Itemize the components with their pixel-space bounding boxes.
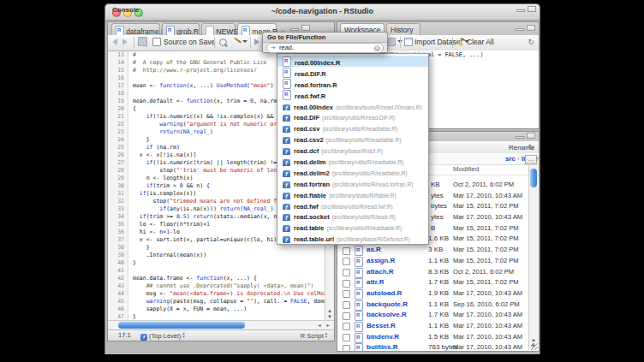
clear-search-button[interactable]: ✕ [374, 45, 380, 51]
refresh-button[interactable]: ↻ [528, 37, 534, 48]
code-line[interactable]: mean.data.frame <- function(x, ...) { [133, 275, 325, 282]
clear-all-button[interactable]: Clear All [456, 37, 494, 48]
run-button[interactable] [254, 37, 259, 48]
file-row-autoload.R[interactable]: Rautoload.R1.9 KBMar 17, 2010, 10:43 AM [337, 288, 528, 300]
goto-result-read.fortran[interactable]: fread.fortran(src/library/utils/R/read.f… [277, 177, 428, 188]
file-checkbox[interactable] [343, 334, 350, 341]
file-checkbox[interactable] [343, 323, 350, 330]
code-line[interactable]: sapply(X = x, FUN = mean, ...) [133, 306, 325, 313]
editor-tab-NEWS[interactable]: NEWS✕ [201, 23, 236, 35]
resize-grip[interactable] [531, 343, 538, 350]
modified-column-header[interactable]: Modified [453, 164, 479, 175]
maximize-pane-icon[interactable] [528, 6, 536, 12]
minimize-pane-icon[interactable] [516, 9, 525, 12]
maximize-pane-icon[interactable] [301, 25, 310, 31]
file-name[interactable]: autoload.R [367, 288, 402, 300]
file-name[interactable]: backsolve.R [367, 310, 407, 321]
function-icon: f [283, 148, 290, 155]
code-line[interactable] [133, 267, 325, 275]
file-checkbox[interactable] [343, 269, 350, 276]
file-type-selector[interactable]: R Script▴▾ [301, 331, 327, 340]
editor-tab-dataframe.R[interactable]: R dataframe.R✕ [111, 23, 160, 35]
save-button[interactable] [138, 37, 147, 48]
goto-result-read.delim2[interactable]: fread.delim2(src/library/utils/R/readtab… [277, 166, 428, 177]
code-line[interactable]: } [133, 259, 325, 267]
code-line[interactable]: } [133, 313, 325, 320]
file-name[interactable]: bindenv.R [367, 332, 399, 343]
file-row-backsolve.R[interactable]: Rbacksolve.R1.7 KBMar 17, 2010, 10:43 AM [337, 310, 528, 321]
nav-back-button[interactable] [112, 37, 117, 48]
file-checkbox[interactable] [343, 301, 350, 309]
file-row-attr.R[interactable]: Rattr.R1.7 KBMar 15, 2011, 7:02 PM [337, 277, 528, 288]
file-row-backquote.R[interactable]: Rbackquote.R1.1 KBSep 16, 2010, 6:02 PM [337, 300, 528, 311]
scope-selector[interactable]: f (Top Level)▴▾ [140, 331, 185, 341]
file-name[interactable]: as.R [367, 245, 381, 256]
file-row-assign.R[interactable]: Rassign.R1.1 KBMar 15, 2011, 7:02 PM [337, 256, 528, 267]
file-name[interactable]: Bessel.R [367, 321, 396, 332]
file-checkbox[interactable] [343, 280, 350, 288]
code-line[interactable]: .Internal(mean(x)) [133, 252, 325, 259]
goto-result-read.csv[interactable]: fread.csv(src/library/utils/R/readtable.… [277, 122, 428, 133]
code-line[interactable]: } [133, 244, 325, 252]
file-row-bindenv.R[interactable]: Rbindenv.R1.5 KBMar 17, 2010, 10:43 AM [337, 332, 528, 343]
code-tools-button[interactable] [233, 37, 247, 48]
tab-history[interactable]: History [386, 23, 420, 35]
file-row-builtins.R[interactable]: Rbuiltins.R763 bytesMar 17, 2010, 10:43 … [337, 342, 528, 351]
goto-result-read.00Index.R[interactable]: Rread.00Index.R [277, 56, 428, 67]
broom-icon [456, 39, 465, 46]
file-row-as.R[interactable]: Ras.R3 KBMar 15, 2011, 7:02 PM [337, 245, 528, 256]
scrollbar-thumb[interactable] [118, 322, 245, 329]
file-row-Bessel.R[interactable]: RBessel.R1.1 KBMar 17, 2010, 10:43 AM [337, 321, 528, 332]
minimize-pane-icon[interactable] [516, 28, 524, 31]
file-size: 1.7 KB [428, 277, 449, 288]
file-checkbox[interactable] [343, 258, 350, 265]
file-checkbox[interactable] [343, 290, 350, 298]
refresh-button[interactable]: ↻ [528, 142, 534, 153]
nav-forward-button[interactable] [122, 37, 128, 48]
file-checkbox[interactable] [343, 247, 350, 255]
scroll-up-arrow[interactable]: ▲ [325, 309, 334, 313]
r-file-icon: R [355, 311, 363, 321]
file-row-attach.R[interactable]: Rattach.R8.3 KBOct 2, 2011, 6:02 PM [337, 267, 528, 278]
goto-result-read.fwf[interactable]: fread.fwf(src/library/utils/R/read.fwf.R… [277, 199, 428, 211]
maximize-pane-icon[interactable] [527, 25, 535, 31]
scrollbar-thumb[interactable] [530, 169, 537, 187]
file-checkbox[interactable] [343, 312, 350, 320]
goto-result-read.table.url[interactable]: fread.table.url(src/library/base/R/Defun… [277, 232, 428, 243]
scroll-left-arrow[interactable]: ◂ [315, 323, 324, 328]
file-name[interactable]: assign.R [367, 256, 395, 267]
scroll-right-arrow[interactable]: ▸ [324, 323, 332, 328]
goto-result-read.ftable[interactable]: fread.ftable(src/library/stats/R/ftable.… [277, 188, 428, 199]
minimize-pane-icon[interactable] [516, 136, 524, 139]
editor-tab-grob.R[interactable]: R grob.R✕ [162, 23, 200, 35]
goto-result-read.00Index[interactable]: fread.00Index(src/library/tools/R/read.0… [277, 100, 428, 111]
breadcrumb-overflow-button[interactable]: ... [525, 155, 537, 164]
code-line[interactable]: ## cannot use .Deprecated("sapply( <data… [133, 282, 325, 290]
goto-result-read.socket[interactable]: fread.socket(src/library/utils/R/sock.R) [277, 210, 428, 221]
scroll-down-arrow[interactable]: ▼ [325, 315, 334, 319]
goto-result-read.dcf[interactable]: fread.dcf(src/library/base/R/dcf.R) [277, 144, 428, 155]
source-on-save-checkbox[interactable]: Source on Save [152, 37, 215, 48]
file-name[interactable]: backquote.R [367, 300, 408, 311]
files-vertical-scrollbar[interactable]: ▲ ▼ [528, 165, 538, 350]
code-line[interactable]: msg <- "mean(<data.frame>) is deprecated… [133, 290, 325, 298]
goto-result-read.fwf.R[interactable]: Rread.fwf.R [277, 89, 428, 100]
goto-result-read.delim[interactable]: fread.delim(src/library/utils/R/readtabl… [277, 155, 428, 166]
file-checkbox[interactable] [343, 345, 350, 351]
goto-result-read.DIF.R[interactable]: Rread.DIF.R [277, 67, 428, 78]
window-titlebar[interactable]: ~/code-navigation - RStudio [105, 4, 540, 21]
file-name[interactable]: attach.R [367, 267, 394, 278]
goto-result-read.table[interactable]: fread.table(src/library/utils/R/readtabl… [277, 221, 428, 232]
find-button[interactable] [219, 37, 227, 48]
breadcrumb-src[interactable]: src [505, 155, 516, 163]
scroll-up-arrow[interactable]: ▲ [529, 338, 538, 342]
goto-result-read.fortran.R[interactable]: Rread.fortran.R [277, 78, 428, 89]
minimize-pane-icon[interactable] [290, 28, 299, 31]
goto-search-input[interactable]: ➔ read. ✕ [266, 43, 384, 53]
goto-result-read.csv2[interactable]: fread.csv2(src/library/utils/R/readtable… [277, 133, 428, 144]
file-name[interactable]: attr.R [367, 277, 384, 288]
goto-result-read.DIF[interactable]: fread.DIF(src/library/utils/R/read.DIF.R… [277, 110, 428, 122]
file-name[interactable]: builtins.R [367, 342, 397, 351]
maximize-pane-icon[interactable] [527, 133, 535, 139]
code-line[interactable]: warning(paste(msg, collapse = ""), call.… [133, 298, 325, 306]
